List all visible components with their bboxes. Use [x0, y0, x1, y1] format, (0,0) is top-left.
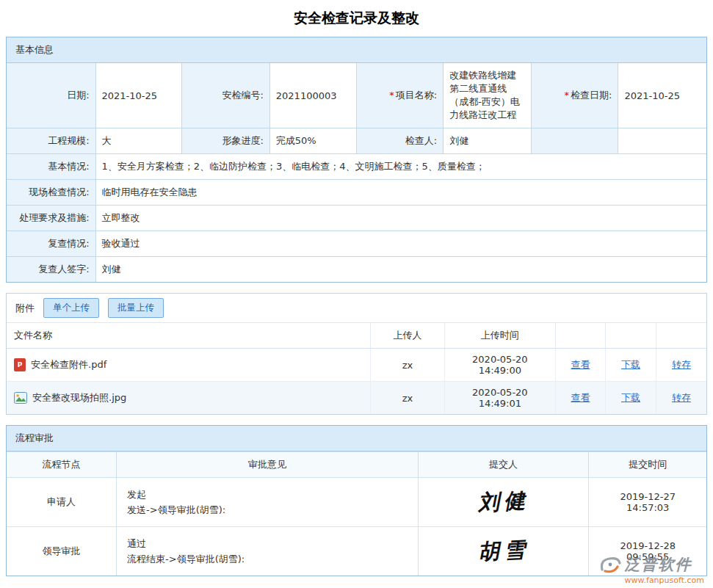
- project-name-value: 改建铁路线增建第二线直通线（成都-西安）电力线路迁改工程: [444, 63, 532, 128]
- view-link[interactable]: 查看: [571, 359, 590, 370]
- flow-node: 领导审批: [7, 527, 117, 576]
- upload-time: 2020-05-20 14:49:00: [445, 349, 556, 382]
- inspector-label: 检查人:: [356, 128, 443, 154]
- row-basic-situation: 基本情况: 1、安全月方案检查；2、临边防护检查；3、临电检查；4、文明施工检查…: [7, 154, 706, 180]
- date-label: 日期:: [7, 63, 95, 128]
- progress-label: 形象进度:: [181, 128, 269, 154]
- col-upload-time: 上传时间: [445, 323, 556, 349]
- approval-table: 流程节点 审批意见 提交人 提交时间 申请人 发起 发送->领导审批(胡雪): …: [7, 451, 706, 576]
- download-link[interactable]: 下载: [621, 392, 640, 403]
- scale-value: 大: [95, 128, 181, 154]
- col-action-3: [656, 323, 706, 349]
- measures-value: 立即整改: [95, 206, 706, 231]
- upload-time: 2020-05-20 14:49:01: [445, 382, 556, 415]
- site-check-label: 现场检查情况:: [7, 180, 95, 206]
- attachments-header: 附件 单个上传 批量上传: [7, 294, 706, 323]
- attachments-section-title: 附件: [15, 302, 35, 315]
- col-submitter: 提交人: [418, 452, 589, 478]
- row-review-sign: 复查人签字: 刘健: [7, 257, 706, 283]
- col-submit-time: 提交时间: [589, 452, 706, 478]
- approval-row: 申请人 发起 发送->领导审批(胡雪): 刘健 2019-12-27 14:57…: [7, 478, 706, 527]
- scale-label: 工程规模:: [7, 128, 95, 154]
- basic-situation-value: 1、安全月方案检查；2、临边防护检查；3、临电检查；4、文明施工检查；5、质量检…: [95, 154, 706, 180]
- batch-upload-button[interactable]: 批量上传: [108, 298, 164, 318]
- project-name-label: *项目名称:: [356, 63, 443, 128]
- single-upload-button[interactable]: 单个上传: [43, 298, 99, 318]
- submit-time: 2019-12-28 09:59:55: [589, 527, 706, 576]
- progress-value: 完成50%: [269, 128, 356, 154]
- opinion-line: 通过: [127, 536, 408, 551]
- col-file-name: 文件名称: [7, 323, 371, 349]
- uploader: zx: [371, 382, 445, 415]
- opinion-line: 发送->领导审批(胡雪):: [127, 502, 408, 518]
- pdf-file-icon: P: [14, 358, 26, 371]
- row-review: 复查情况: 验收通过: [7, 231, 706, 257]
- inspector-value: 刘健: [444, 128, 532, 154]
- check-date-value: 2021-10-25: [618, 63, 706, 128]
- review-sign-label: 复查人签字:: [7, 257, 95, 283]
- review-label: 复查情况:: [7, 231, 95, 257]
- attachment-row: P 安全检查附件.pdf zx 2020-05-20 14:49:00 查看 下…: [7, 349, 706, 382]
- attachments-panel: 附件 单个上传 批量上传 文件名称 上传人 上传时间 P 安全检查附件.pdf …: [6, 293, 707, 415]
- col-action-2: [606, 323, 656, 349]
- approval-panel: 流程审批 流程节点 审批意见 提交人 提交时间 申请人 发起 发送->领导审批(…: [6, 425, 707, 576]
- date-value: 2021-10-25: [95, 63, 181, 128]
- review-value: 验收通过: [95, 231, 706, 257]
- download-link[interactable]: 下载: [621, 359, 640, 370]
- row-site-check: 现场检查情况: 临时用电存在安全隐患: [7, 180, 706, 206]
- page-title: 安全检查记录及整改: [0, 4, 713, 37]
- view-link[interactable]: 查看: [571, 392, 590, 403]
- opinion-line: 流程结束->领导审批(胡雪):: [127, 551, 408, 567]
- attachments-header-row: 文件名称 上传人 上传时间: [7, 323, 706, 349]
- basic-info-table: 日期: 2021-10-25 安检编号: 2021100003 *项目名称: 改…: [7, 63, 706, 282]
- required-mark: *: [564, 90, 569, 101]
- row-date: 日期: 2021-10-25 安检编号: 2021100003 *项目名称: 改…: [7, 63, 706, 128]
- attachments-table: 文件名称 上传人 上传时间 P 安全检查附件.pdf zx 2020-05-20…: [7, 323, 706, 414]
- submitter-signature: 胡雪: [477, 535, 530, 567]
- row-scale: 工程规模: 大 形象进度: 完成50% 检查人: 刘健: [7, 128, 706, 154]
- empty-value-cell: [618, 128, 706, 154]
- inspection-no-label: 安检编号:: [181, 63, 269, 128]
- basic-situation-label: 基本情况:: [7, 154, 95, 180]
- image-file-icon: [14, 392, 27, 404]
- check-date-label: *检查日期:: [532, 63, 618, 128]
- flow-node: 申请人: [7, 478, 117, 527]
- col-flow-node: 流程节点: [7, 452, 117, 478]
- watermark-url: www.fanpusoft.com: [625, 576, 704, 585]
- empty-label-cell: [532, 128, 618, 154]
- review-sign-value: 刘健: [95, 257, 706, 283]
- save-as-link[interactable]: 转存: [672, 392, 691, 403]
- approval-row: 领导审批 通过 流程结束->领导审批(胡雪): 胡雪 2019-12-28 09…: [7, 527, 706, 576]
- required-mark: *: [389, 90, 394, 101]
- approval-section-title: 流程审批: [7, 426, 706, 451]
- col-action-1: [555, 323, 606, 349]
- uploader: zx: [371, 349, 445, 382]
- inspection-no-value: 2021100003: [269, 63, 356, 128]
- col-approval-opinion: 审批意见: [117, 452, 419, 478]
- submitter-signature: 刘健: [477, 486, 530, 518]
- col-uploader: 上传人: [371, 323, 445, 349]
- row-measures: 处理要求及措施: 立即整改: [7, 206, 706, 231]
- site-check-value: 临时用电存在安全隐患: [95, 180, 706, 206]
- file-name: 安全整改现场拍照.jpg: [32, 391, 126, 404]
- file-name: 安全检查附件.pdf: [31, 358, 106, 371]
- measures-label: 处理要求及措施:: [7, 206, 95, 231]
- basic-info-section-title: 基本信息: [7, 37, 706, 63]
- opinion-line: 发起: [127, 487, 408, 502]
- approval-header-row: 流程节点 审批意见 提交人 提交时间: [7, 452, 706, 478]
- attachment-row: 安全整改现场拍照.jpg zx 2020-05-20 14:49:01 查看 下…: [7, 382, 706, 415]
- save-as-link[interactable]: 转存: [672, 359, 691, 370]
- submit-time: 2019-12-27 14:57:03: [589, 478, 706, 527]
- basic-info-panel: 基本信息 日期: 2021-10-25 安检编号: 2021100003 *项目…: [6, 37, 707, 283]
